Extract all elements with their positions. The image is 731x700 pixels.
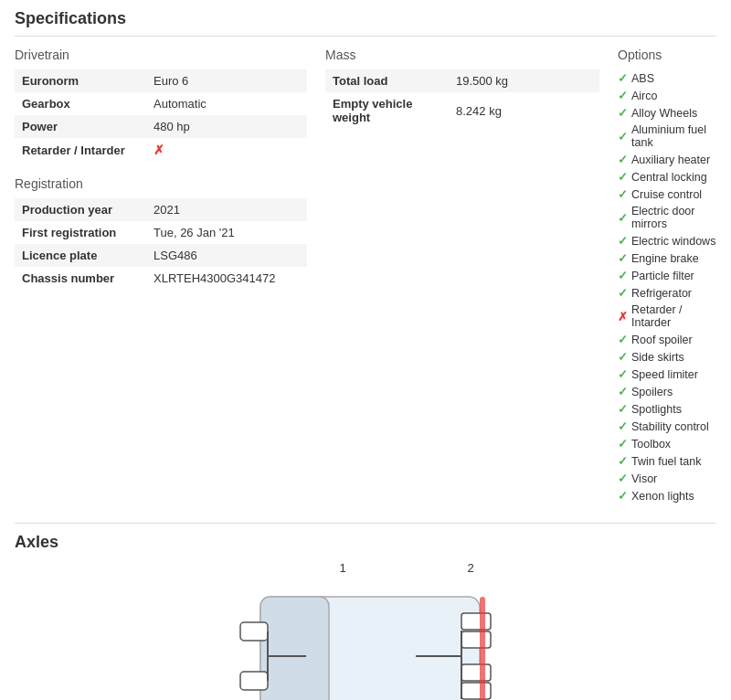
mass-table: Total load19.500 kgEmpty vehicle weight8… bbox=[325, 69, 599, 129]
table-row: Chassis numberXLRTEH4300G341472 bbox=[15, 267, 307, 290]
check-icon: ✓ bbox=[618, 170, 628, 184]
option-label: Side skirts bbox=[631, 351, 684, 364]
drivetrain-title: Drivetrain bbox=[15, 48, 307, 62]
check-icon: ✓ bbox=[618, 333, 628, 346]
list-item: ✓Auxiliary heater bbox=[618, 151, 716, 168]
svg-rect-2 bbox=[240, 622, 268, 641]
option-label: Refrigerator bbox=[631, 287, 692, 300]
list-item: ✓Aluminium fuel tank bbox=[618, 122, 716, 151]
list-item: ✓ABS bbox=[618, 69, 716, 87]
row-value: Euro 6 bbox=[146, 69, 307, 92]
table-row: EuronormEuro 6 bbox=[15, 69, 307, 92]
svg-rect-9 bbox=[461, 683, 491, 699]
row-label: Retarder / Intarder bbox=[15, 138, 146, 162]
mass-title: Mass bbox=[325, 48, 599, 62]
option-label: Electric windows bbox=[631, 235, 715, 248]
list-item: ✓Stability control bbox=[618, 418, 716, 435]
list-item: ✓Electric door mirrors bbox=[618, 203, 716, 232]
axles-title: Axles bbox=[15, 523, 716, 552]
row-label: Empty vehicle weight bbox=[325, 92, 449, 129]
check-icon: ✓ bbox=[618, 402, 628, 416]
row-value: 19.500 kg bbox=[449, 69, 599, 92]
row-label: Euronorm bbox=[15, 69, 146, 92]
row-value: Automatic bbox=[146, 92, 307, 115]
check-icon: ✓ bbox=[618, 454, 628, 468]
check-icon: ✓ bbox=[618, 89, 628, 102]
check-icon: ✓ bbox=[618, 489, 628, 503]
list-item: ✓Twin fuel tank bbox=[618, 452, 716, 470]
list-item: ✓Side skirts bbox=[618, 348, 716, 366]
option-label: Toolbox bbox=[631, 438, 671, 451]
list-item: ✓Refrigerator bbox=[618, 284, 716, 302]
option-label: Spotlights bbox=[631, 403, 682, 416]
svg-rect-7 bbox=[461, 631, 491, 648]
options-title: Options bbox=[618, 48, 716, 62]
list-item: ✓Spoilers bbox=[618, 383, 716, 400]
list-item: ✓Airco bbox=[618, 87, 716, 104]
row-label: Licence plate bbox=[15, 244, 146, 267]
option-label: Cruise control bbox=[631, 188, 702, 201]
list-item: ✓Toolbox bbox=[618, 435, 716, 452]
check-icon: ✓ bbox=[618, 419, 628, 433]
table-row: GearboxAutomatic bbox=[15, 92, 307, 115]
option-label: Alloy Wheels bbox=[631, 107, 697, 120]
svg-rect-1 bbox=[260, 597, 329, 700]
svg-rect-6 bbox=[461, 613, 491, 630]
check-icon: ✓ bbox=[618, 71, 628, 85]
option-label: Spoilers bbox=[631, 386, 673, 398]
check-icon: ✓ bbox=[618, 234, 628, 248]
check-icon: ✓ bbox=[618, 437, 628, 451]
row-value: LSG486 bbox=[146, 244, 307, 267]
table-row: Licence plateLSG486 bbox=[15, 244, 307, 267]
cross-icon: ✗ bbox=[618, 310, 628, 323]
page-title: Specifications bbox=[15, 9, 716, 37]
svg-rect-12 bbox=[480, 597, 485, 700]
row-value: ✗ bbox=[146, 138, 307, 162]
check-icon: ✓ bbox=[618, 472, 628, 485]
option-label: Xenon lights bbox=[631, 490, 694, 503]
table-row: Power480 hp bbox=[15, 115, 307, 138]
axle-label-2: 2 bbox=[467, 561, 473, 575]
check-icon: ✓ bbox=[618, 269, 628, 282]
list-item: ✓Xenon lights bbox=[618, 487, 716, 504]
option-label: Visor bbox=[631, 472, 657, 485]
option-label: Engine brake bbox=[631, 252, 699, 265]
check-icon: ✓ bbox=[618, 286, 628, 300]
list-item: ✓Electric windows bbox=[618, 232, 716, 249]
row-value: XLRTEH4300G341472 bbox=[146, 267, 307, 290]
option-label: Central locking bbox=[631, 171, 707, 184]
list-item: ✓Speed limiter bbox=[618, 366, 716, 383]
option-label: Stability control bbox=[631, 420, 709, 433]
list-item: ✓Roof spoiler bbox=[618, 331, 716, 348]
row-value: Tue, 26 Jan '21 bbox=[146, 221, 307, 244]
check-icon: ✓ bbox=[618, 211, 628, 225]
check-icon: ✓ bbox=[618, 106, 628, 120]
option-label: Roof spoiler bbox=[631, 334, 693, 346]
option-label: Speed limiter bbox=[631, 368, 698, 381]
option-label: Twin fuel tank bbox=[631, 455, 701, 468]
row-value: 8.242 kg bbox=[449, 92, 599, 129]
option-label: Aluminium fuel tank bbox=[631, 123, 716, 149]
check-icon: ✓ bbox=[618, 385, 628, 398]
option-label: Auxiliary heater bbox=[631, 154, 710, 166]
row-label: Total load bbox=[325, 69, 449, 92]
option-label: Retarder / Intarder bbox=[631, 303, 716, 329]
row-label: Production year bbox=[15, 198, 146, 221]
svg-rect-3 bbox=[240, 672, 268, 690]
check-icon: ✓ bbox=[618, 367, 628, 381]
list-item: ✓Particle filter bbox=[618, 267, 716, 284]
options-list: ✓ABS✓Airco✓Alloy Wheels✓Aluminium fuel t… bbox=[618, 69, 716, 504]
row-value: 480 hp bbox=[146, 115, 307, 138]
table-row: Production year2021 bbox=[15, 198, 307, 221]
row-label: Gearbox bbox=[15, 92, 146, 115]
truck-diagram bbox=[233, 578, 498, 700]
option-label: Airco bbox=[631, 90, 657, 102]
registration-title: Registration bbox=[15, 176, 307, 191]
row-label: Power bbox=[15, 115, 146, 138]
registration-table: Production year2021First registrationTue… bbox=[15, 198, 307, 290]
option-label: Electric door mirrors bbox=[631, 205, 716, 230]
svg-rect-8 bbox=[461, 664, 491, 681]
list-item: ✓Central locking bbox=[618, 168, 716, 186]
row-label: Chassis number bbox=[15, 267, 146, 290]
table-row: Empty vehicle weight8.242 kg bbox=[325, 92, 599, 129]
